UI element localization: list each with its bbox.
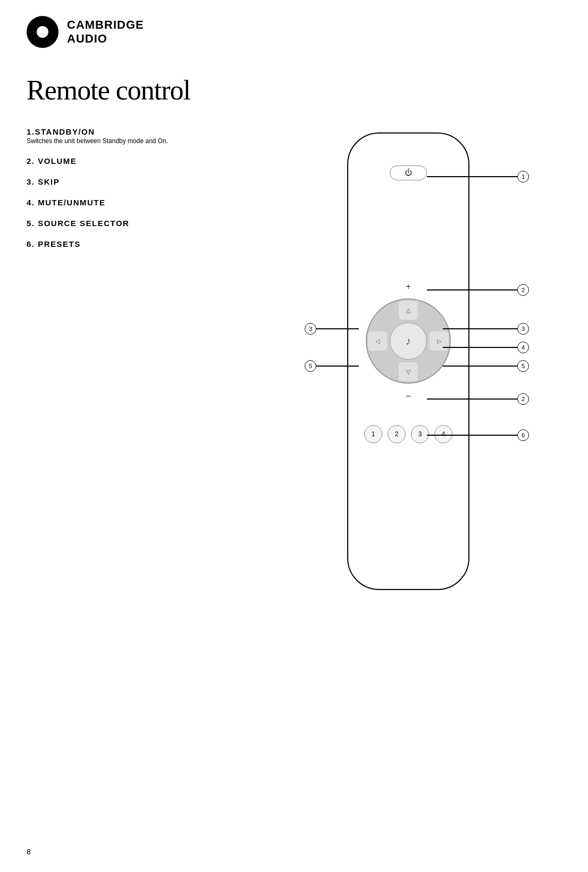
dpad-left-button[interactable]: ◁ (368, 331, 387, 351)
callout-line-5-left (316, 366, 359, 367)
callout-5-left: 5 (305, 360, 359, 372)
item-label-1: 1.STANDBY/ON (27, 127, 271, 136)
arrow-down-icon: ▽ (406, 369, 410, 376)
callout-circle-5-right: 5 (517, 360, 529, 372)
list-item: 6. PRESETS (27, 239, 271, 248)
page-title: Remote control (27, 74, 561, 106)
preset-button-3[interactable]: 3 (411, 425, 429, 443)
arrow-right-icon: ▷ (437, 338, 441, 345)
remote-wrapper: ⏻ + △ ▽ ◁ ▷ (305, 132, 528, 611)
callout-2-top: 2 (427, 284, 529, 296)
callout-circle-4: 4 (517, 342, 529, 353)
callout-circle-6: 6 (517, 429, 529, 441)
callout-circle-3-left: 3 (305, 323, 316, 335)
item-label-4: 4. MUTE/UNMUTE (27, 198, 271, 207)
callout-circle-5-left: 5 (305, 360, 316, 372)
callout-line-2-bottom (427, 398, 517, 400)
callout-line-2-top (427, 289, 517, 290)
arrow-left-icon: ◁ (375, 338, 380, 345)
callout-1: 1 (427, 171, 529, 182)
callout-5-right: 5 (443, 360, 529, 372)
list-item: 1.STANDBY/ON Switches the unit between S… (27, 127, 271, 145)
callout-line-6 (427, 435, 517, 436)
brand-logo (27, 16, 58, 48)
arrow-up-icon: △ (406, 307, 410, 314)
callout-3-left: 3 (305, 323, 359, 335)
callout-6: 6 (427, 429, 529, 441)
callout-circle-2-bottom: 2 (517, 393, 529, 405)
preset-button-1[interactable]: 1 (364, 425, 382, 443)
dpad-down-button[interactable]: ▽ (399, 362, 418, 381)
callout-circle-3-right: 3 (517, 323, 529, 335)
callout-3-right: 3 (443, 323, 529, 335)
list-item: 4. MUTE/UNMUTE (27, 198, 271, 207)
remote-illustration: ⏻ + △ ▽ ◁ ▷ (271, 127, 561, 611)
power-button-area[interactable]: ⏻ (390, 165, 427, 180)
volume-minus-label: – (406, 390, 411, 401)
callout-2-bottom: 2 (427, 393, 529, 405)
list-item: 3. SKIP (27, 177, 271, 186)
volume-plus-label: + (406, 281, 411, 293)
preset-button-2[interactable]: 2 (388, 425, 406, 443)
callout-circle-1: 1 (517, 171, 529, 182)
item-label-3: 3. SKIP (27, 177, 271, 186)
center-button[interactable]: ♪ (390, 322, 427, 360)
callout-4: 4 (443, 342, 529, 353)
item-label-2: 2. VOLUME (27, 156, 271, 165)
item-label-5: 5. SOURCE SELECTOR (27, 219, 271, 228)
main-content: 1.STANDBY/ON Switches the unit between S… (27, 127, 561, 611)
callout-circle-2-top: 2 (517, 284, 529, 296)
callout-line-4 (443, 347, 517, 348)
item-label-6: 6. PRESETS (27, 239, 271, 248)
items-list: 1.STANDBY/ON Switches the unit between S… (27, 127, 271, 260)
music-note-icon: ♪ (406, 335, 411, 347)
list-item: 5. SOURCE SELECTOR (27, 219, 271, 228)
callout-line-3-right (443, 328, 517, 329)
power-icon: ⏻ (405, 169, 412, 177)
dpad-up-button[interactable]: △ (399, 301, 418, 320)
brand-name: CAMBRIDGE AUDIO (67, 18, 144, 46)
header: CAMBRIDGE AUDIO (27, 16, 561, 48)
callout-line-5-right (443, 366, 517, 367)
callout-line-3-left (316, 328, 359, 329)
callout-line-1 (427, 176, 517, 177)
list-item: 2. VOLUME (27, 156, 271, 165)
dpad-container: △ ▽ ◁ ▷ ♪ (366, 298, 451, 384)
item-desc-1: Switches the unit between Standby mode a… (27, 137, 271, 145)
page-number: 8 (27, 848, 31, 856)
